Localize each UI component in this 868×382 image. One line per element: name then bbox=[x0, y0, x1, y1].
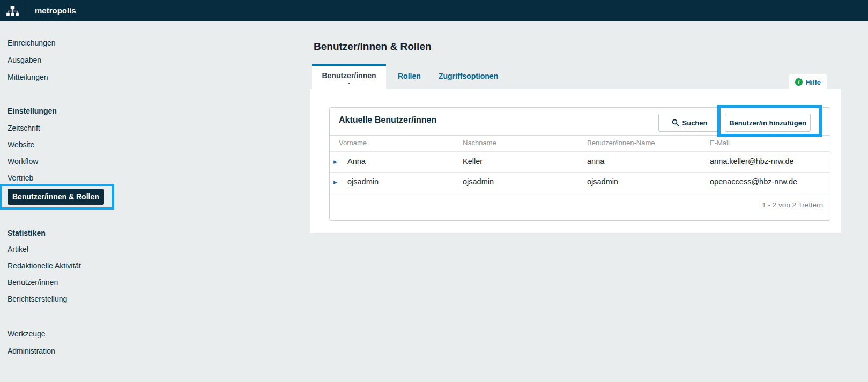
tab-zugriffsoptionen[interactable]: Zugriffsoptionen bbox=[439, 72, 498, 80]
cell-benutzername: anna bbox=[587, 157, 604, 166]
cell-nachname: ojsadmin bbox=[463, 177, 494, 186]
tab-indicator-dot: • bbox=[312, 80, 386, 86]
sidebar-section-einstellungen: Einstellungen bbox=[8, 107, 57, 115]
tab-benutzer-innen[interactable]: Benutzer/innen • bbox=[312, 64, 386, 89]
row-expander-icon[interactable]: ▶ bbox=[333, 179, 337, 185]
search-button-label: Suchen bbox=[682, 119, 708, 127]
column-header-vorname: Vorname bbox=[339, 139, 367, 147]
tab-benutzer-innen-label: Benutzer/innen bbox=[312, 71, 386, 80]
cell-vorname: Anna bbox=[347, 157, 366, 166]
column-header-benutzername: Benutzer/innen-Name bbox=[587, 139, 655, 147]
sidebar-item-zeitschrift[interactable]: Zeitschrift bbox=[8, 124, 40, 132]
sidebar-item-benutzer-innen[interactable]: Benutzer/innen bbox=[8, 278, 58, 287]
grid-title: Aktuelle Benutzer/innen bbox=[339, 115, 436, 125]
tab-rollen[interactable]: Rollen bbox=[398, 72, 421, 80]
journal-brand[interactable]: metropolis bbox=[35, 0, 76, 21]
sidebar-item-redaktionelle-aktivitaet[interactable]: Redaktionelle Aktivität bbox=[8, 261, 81, 270]
sidebar-item-administration[interactable]: Administration bbox=[8, 347, 55, 355]
topbar: metropolis bbox=[0, 0, 868, 21]
add-user-button[interactable]: Benutzer/in hinzufügen bbox=[725, 114, 811, 132]
grid-header-divider bbox=[330, 135, 830, 136]
sidebar-item-werkzeuge[interactable]: Werkzeuge bbox=[8, 329, 46, 338]
sidebar-item-vertrieb[interactable]: Vertrieb bbox=[8, 174, 33, 182]
cell-email: anna.keller@hbz-nrw.de bbox=[710, 157, 794, 166]
search-icon bbox=[672, 119, 679, 126]
sidebar-item-workflow[interactable]: Workflow bbox=[8, 157, 38, 166]
sidebar-item-berichtserstellung[interactable]: Berichtserstellung bbox=[8, 295, 67, 303]
site-nav-toggle[interactable] bbox=[0, 0, 25, 21]
sidebar-item-mitteilungen[interactable]: Mitteilungen bbox=[8, 73, 48, 81]
sidebar-item-ausgaben[interactable]: Ausgaben bbox=[8, 56, 41, 64]
row-divider bbox=[330, 172, 830, 173]
results-count: 1 - 2 von 2 Treffern bbox=[762, 201, 823, 209]
cell-vorname: ojsadmin bbox=[347, 177, 379, 186]
sidebar-item-benutzer-innen-rollen[interactable]: Benutzer/innen & Rollen bbox=[8, 189, 104, 205]
sidebar-section-statistiken: Statistiken bbox=[8, 229, 46, 237]
sitemap-icon bbox=[6, 6, 19, 16]
page-title: Benutzer/innen & Rollen bbox=[314, 41, 432, 53]
footer-divider bbox=[330, 193, 830, 193]
search-button[interactable]: Suchen bbox=[658, 114, 721, 132]
add-user-button-label: Benutzer/in hinzufügen bbox=[729, 119, 806, 127]
column-header-divider bbox=[330, 151, 830, 152]
column-header-email: E-Mail bbox=[710, 139, 730, 147]
column-header-nachname: Nachname bbox=[463, 139, 496, 147]
app-window: metropolis Einreichungen Ausgaben Mittei… bbox=[0, 0, 868, 382]
cell-nachname: Keller bbox=[463, 157, 483, 166]
cell-benutzername: ojsadmin bbox=[587, 177, 618, 186]
sidebar-item-website[interactable]: Website bbox=[8, 140, 34, 149]
cell-email: openaccess@hbz-nrw.de bbox=[710, 177, 797, 186]
help-button-label: Hilfe bbox=[806, 78, 821, 86]
row-expander-icon[interactable]: ▶ bbox=[333, 159, 337, 165]
info-icon: i bbox=[795, 78, 803, 86]
sidebar-item-einreichungen[interactable]: Einreichungen bbox=[8, 39, 56, 47]
sidebar-item-artikel[interactable]: Artikel bbox=[8, 245, 28, 253]
help-button[interactable]: i Hilfe bbox=[789, 74, 827, 90]
